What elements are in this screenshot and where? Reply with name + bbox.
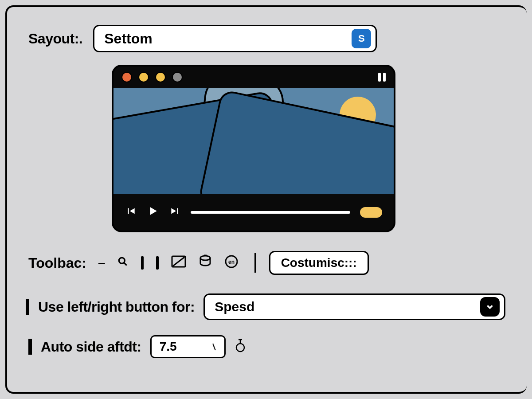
settings-panel: Sayout:. Settom S (5, 5, 527, 394)
svg-point-8 (236, 344, 244, 352)
play-icon[interactable] (146, 204, 160, 221)
left-right-select[interactable]: Spesd (203, 293, 505, 320)
left-right-row: Use left/right button for: Spesd (26, 293, 505, 320)
customise-button[interactable]: Costumisc::: (269, 251, 369, 275)
layout-select-value: Settom (104, 31, 152, 47)
layout-row: Sayout:. Settom S (28, 25, 505, 52)
layout-label: Sayout:. (28, 31, 82, 47)
auto-hide-input[interactable]: 7.5 ⟍ (150, 335, 226, 358)
toolbar-divider (254, 253, 256, 273)
auto-hide-value: 7.5 (160, 340, 177, 354)
toolbar-label: Toolbac: (28, 255, 86, 271)
window-dot-close-icon[interactable] (121, 72, 132, 82)
next-icon[interactable] (169, 205, 181, 220)
svg-line-3 (173, 257, 184, 266)
window-dot-zoom-icon[interactable] (155, 72, 166, 82)
player-preview (112, 65, 395, 232)
video-artwork (113, 88, 394, 194)
chevron-down-icon[interactable] (480, 297, 500, 317)
window-dot-extra-icon (172, 72, 183, 82)
svg-point-4 (200, 256, 210, 260)
box-icon[interactable] (171, 255, 186, 271)
window-indicator-icon (378, 73, 386, 82)
toolbar-icon-strip: en (117, 254, 239, 272)
select-action-icon[interactable]: S (352, 29, 371, 48)
toolbar-row: Toolbac: – en Costumisc::: (28, 251, 505, 275)
auto-hide-row: Auto side aftdt: 7.5 ⟍ (28, 335, 505, 358)
row-marker-icon (28, 339, 32, 355)
auto-hide-label: Auto side aftdt: (41, 339, 141, 355)
seconds-icon (235, 338, 246, 356)
row-marker-icon (26, 299, 29, 315)
window-traffic-lights (121, 72, 183, 82)
left-right-value: Spesd (215, 299, 254, 314)
bar-icon[interactable] (156, 256, 159, 270)
progress-bar[interactable] (191, 211, 350, 214)
prev-icon[interactable] (125, 205, 137, 220)
svg-line-1 (124, 262, 127, 266)
time-pill (360, 207, 382, 218)
player-controls (113, 194, 394, 231)
stack-icon[interactable] (199, 254, 212, 272)
bar-icon[interactable] (141, 256, 144, 270)
window-titlebar (113, 66, 394, 88)
circle-icon[interactable]: en (224, 254, 239, 272)
left-right-label: Use left/right button for: (38, 299, 195, 315)
stepper-icon[interactable]: ⟍ (207, 340, 221, 354)
layout-select[interactable]: Settom S (93, 25, 377, 52)
svg-text:en: en (228, 259, 235, 265)
search-icon[interactable] (117, 255, 129, 270)
toolbar-dash: – (98, 255, 106, 270)
window-dot-min-icon[interactable] (138, 72, 149, 82)
